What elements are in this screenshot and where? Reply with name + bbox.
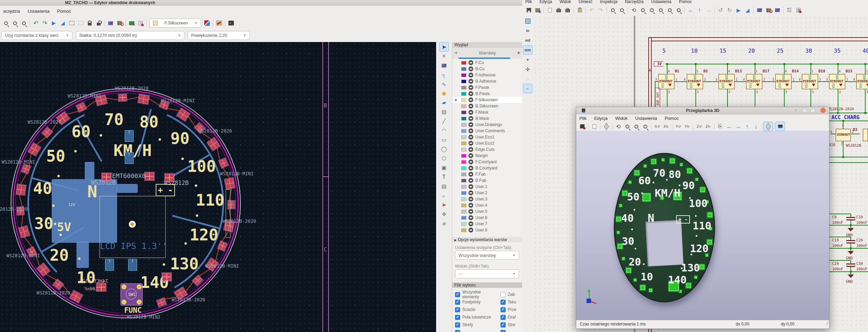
visibility-eye-icon[interactable]	[468, 116, 473, 121]
visibility-eye-icon[interactable]	[468, 178, 473, 183]
layer-color-swatch[interactable]	[461, 173, 466, 176]
draw-circle-icon[interactable]: ◯	[440, 145, 448, 154]
pcb-menu-3[interactable]: Pomoc	[54, 8, 74, 14]
pcb-canvas[interactable]: BCWS2812B-2020WS2812B-MINIWS2812B-2020WS…	[0, 42, 436, 332]
center-footprint[interactable]	[162, 273, 172, 281]
zoom-in-icon[interactable]	[1, 19, 10, 28]
visibility-eye-icon[interactable]	[468, 85, 473, 90]
tab-scroll-right-icon[interactable]: ▶	[518, 51, 520, 54]
led-footprint[interactable]	[138, 94, 149, 104]
measure-tool-icon[interactable]: ⌀	[440, 219, 448, 228]
flip-board-icon[interactable]: ▶	[49, 19, 58, 28]
visibility-eye-icon[interactable]	[468, 166, 473, 170]
ratsnest-tool-icon[interactable]: ✕	[440, 52, 448, 61]
resize-grip[interactable]: ⫽	[826, 321, 828, 326]
layer-row-b.mask[interactable]: B.Mask	[452, 115, 522, 122]
ungroup-icon[interactable]	[76, 19, 85, 28]
drc-icon[interactable]	[136, 19, 145, 28]
layer-color-swatch[interactable]	[461, 73, 466, 77]
layer-color-swatch[interactable]	[461, 111, 466, 114]
undo-icon[interactable]: ↶	[587, 6, 596, 15]
layer-row-user.eco2[interactable]: User.Eco2	[452, 140, 522, 146]
units-in-button[interactable]: in	[523, 26, 532, 35]
delete-tool-icon[interactable]: ➤	[440, 200, 448, 209]
layer-row-margin[interactable]: Margin	[452, 153, 522, 159]
filter-checkbox[interactable]	[455, 292, 460, 297]
rotate-x-neg-icon[interactable]: X↺	[653, 122, 662, 131]
filter-checkbox[interactable]	[455, 315, 460, 320]
filter-checkbox[interactable]	[455, 300, 460, 305]
layer-row-b.silkscreen[interactable]: B.Silkscreen	[452, 103, 522, 109]
draw-polygon-icon[interactable]: ⬠	[440, 154, 448, 163]
sw1-footprint[interactable]: SW1	[121, 283, 143, 305]
led-footprint[interactable]	[16, 184, 26, 195]
layer-color-swatch[interactable]	[461, 166, 466, 170]
annotate-icon[interactable]: R??R42	[785, 6, 794, 15]
layer-color-swatch[interactable]	[461, 80, 466, 83]
filter-checkbox[interactable]	[500, 300, 506, 305]
layer-row-f.courtyard[interactable]: F.Courtyard	[452, 159, 522, 165]
filter-checkbox[interactable]	[500, 307, 506, 312]
select-tool-icon[interactable]: ➤	[440, 42, 448, 51]
v3d-menu-5[interactable]: Pomoc	[662, 115, 682, 122]
place-via-icon[interactable]: ◉	[440, 89, 448, 98]
hidden-pins-icon[interactable]: ◌	[523, 74, 532, 83]
viewports-dropdown[interactable]: ---▼	[455, 269, 519, 278]
redo-icon[interactable]: ↷	[40, 19, 49, 28]
tune-length-icon[interactable]: ∿	[440, 80, 448, 89]
layer-color-swatch[interactable]	[461, 185, 466, 189]
units-mm-button[interactable]: mm	[523, 45, 532, 54]
pan-left-icon[interactable]: ←	[725, 122, 734, 131]
visibility-eye-icon[interactable]	[468, 221, 473, 226]
place-image-icon[interactable]: ▣	[440, 163, 448, 172]
visibility-eye-icon[interactable]	[468, 141, 473, 146]
layer-selector-dropdown[interactable]: F.Silkscreen▼	[149, 19, 201, 28]
save-icon[interactable]	[524, 6, 533, 15]
ic-footprint[interactable]: 1	[128, 259, 137, 271]
rotate-z-neg-icon[interactable]: Z↺	[695, 122, 704, 131]
presets-dropdown[interactable]: Wszystkie warstwy▼	[455, 251, 519, 260]
layer-color-swatch[interactable]	[461, 129, 466, 133]
zoom-in-icon[interactable]	[638, 6, 647, 15]
tab-warstwy[interactable]: Warstwy	[452, 50, 522, 55]
scripting-console-icon[interactable]: >_	[227, 19, 236, 28]
flip-board-icon[interactable]: ⎘	[716, 122, 725, 131]
visibility-eye-icon[interactable]	[468, 110, 473, 115]
minimize-button[interactable]	[802, 108, 807, 113]
visibility-eye-icon[interactable]	[468, 153, 473, 158]
layer-row-f.silkscreen[interactable]: F.Silkscreen	[452, 97, 522, 103]
mirror-view-icon[interactable]: ◢	[58, 19, 67, 28]
visibility-eye-icon[interactable]	[468, 60, 473, 65]
layer-color-swatch[interactable]	[461, 216, 466, 220]
pan-down-icon[interactable]: ↓	[752, 122, 761, 131]
layer-color-swatch[interactable]	[461, 61, 466, 65]
symbol-library-icon[interactable]	[764, 6, 773, 15]
zoom-fit-icon[interactable]	[656, 6, 665, 15]
close-button[interactable]	[820, 108, 826, 113]
layer-row-b.fab[interactable]: B.Fab	[452, 177, 522, 184]
rotate-x-pos-icon[interactable]: X↻	[662, 122, 671, 131]
pcb-titlebar[interactable]: MZ_TACHO — Edytor obwodów drukowanych	[0, 0, 522, 6]
rotate-cw-icon[interactable]: ↻	[725, 6, 734, 15]
layer-row-b.adhesive[interactable]: B.Adhesive	[452, 78, 522, 84]
visibility-eye-icon[interactable]	[468, 128, 473, 133]
led-footprint[interactable]	[224, 177, 235, 189]
hv-wires-icon[interactable]: ⌐	[523, 84, 532, 93]
zoom-selection-icon[interactable]	[19, 19, 28, 28]
update-pcb-icon[interactable]	[127, 19, 136, 28]
netclass-dropdown[interactable]: Użyj rozmiarów z klasy sieci▼	[1, 31, 72, 40]
layer-color-swatch[interactable]	[461, 92, 466, 96]
layer-row-b.courtyard[interactable]: B.Courtyard	[452, 165, 522, 171]
layer-color-swatch[interactable]	[461, 197, 466, 201]
new-sheet-icon[interactable]	[545, 6, 554, 15]
layer-color-swatch[interactable]	[461, 210, 466, 214]
sch-menu-3[interactable]: Widok	[556, 0, 574, 5]
visibility-eye-icon[interactable]	[468, 97, 473, 102]
copy-image-icon[interactable]	[590, 122, 599, 131]
crosshair-cursor-icon[interactable]: ✛	[523, 65, 532, 74]
filter-checkbox[interactable]	[500, 330, 506, 332]
ic-footprint[interactable]: 1	[125, 130, 134, 142]
filter-checkbox[interactable]	[500, 315, 506, 320]
center-footprint[interactable]	[145, 172, 154, 180]
layer-row-user.eco1[interactable]: User.Eco1	[452, 134, 522, 140]
